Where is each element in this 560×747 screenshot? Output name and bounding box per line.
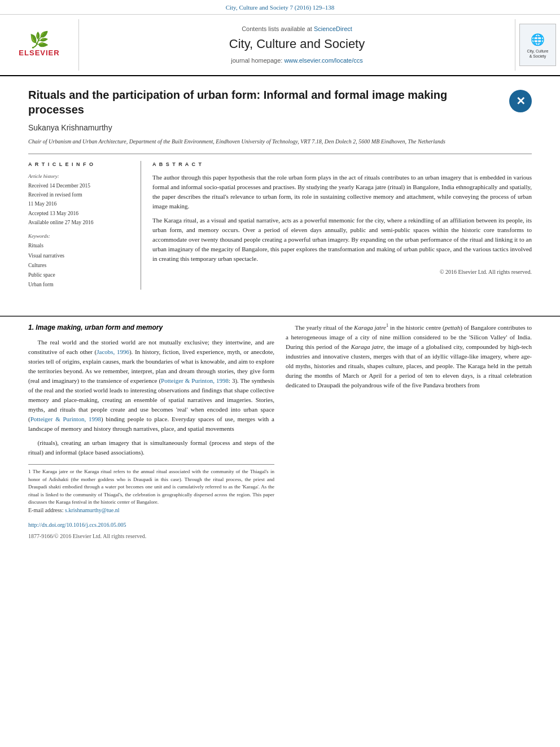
karaga-jatre-italic-2: Karaga jatre — [351, 343, 384, 350]
author-affiliation: Chair of Urbanism and Urban Architecture… — [28, 137, 532, 146]
jacobs-ref[interactable]: Jacobs, 1996 — [97, 348, 129, 355]
revised-date: 11 May 2016 — [28, 199, 133, 208]
title-block: Rituals and the participation of urban f… — [28, 88, 504, 123]
journal-title-header: City, Culture and Society — [229, 36, 365, 53]
email-label: E-mail address: — [28, 507, 65, 513]
footnote-sup-1: 1 — [386, 323, 388, 328]
article-info-label: A R T I C L E I N F O — [28, 161, 133, 168]
journal-header: 🌿 ELSEVIER Contents lists available at S… — [0, 15, 560, 76]
science-direct-line: Contents lists available at ScienceDirec… — [242, 25, 352, 33]
potteiger-ref-2[interactable]: Potteiger & Purinton, 1998 — [30, 416, 101, 422]
top-citation-bar: City, Culture and Society 7 (2016) 129–1… — [0, 0, 560, 15]
keywords-label: Keywords: — [28, 233, 133, 240]
footnote-text: 1 The Karaga jatre or the Karaga ritual … — [28, 468, 274, 506]
accepted-date: Accepted 13 May 2016 — [28, 209, 133, 218]
keywords-section: Keywords: Rituals Visual narratives Cult… — [28, 233, 133, 290]
journal-info-center: Contents lists available at ScienceDirec… — [79, 19, 515, 71]
karaga-jatre-italic: Karaga jatre — [354, 324, 386, 331]
email-address[interactable]: s.krishnamurthy@tue.nl — [65, 507, 119, 513]
section-1-title: 1. Image making, urban form and memory — [28, 322, 274, 333]
elsevier-brand: ELSEVIER — [19, 48, 59, 58]
journal-thumbnail: 🌐 City, Culture& Society — [515, 19, 560, 71]
publisher-logo-area: 🌿 ELSEVIER — [0, 19, 79, 71]
footnote-content: The Karaga jatre or the Karaga ritual re… — [28, 469, 274, 505]
journal-homepage-url[interactable]: www.elsevier.com/locate/ccs — [284, 57, 362, 64]
abstract-copyright: © 2016 Elsevier Ltd. All rights reserved… — [152, 268, 532, 276]
keyword-1: Rituals — [28, 241, 133, 251]
title-row: Rituals and the participation of urban f… — [28, 88, 532, 123]
abstract-label: A B S T R A C T — [152, 161, 532, 168]
abstract-para-2: The Karaga ritual, as a visual and spati… — [152, 216, 532, 264]
citation-text: City, Culture and Society 7 (2016) 129–1… — [226, 4, 335, 11]
thumb-title: City, Culture& Society — [527, 49, 549, 59]
keywords-list: Rituals Visual narratives Cultures Publi… — [28, 241, 133, 289]
journal-homepage-line: journal homepage: www.elsevier.com/locat… — [231, 56, 363, 65]
article-info-col: A R T I C L E I N F O Article history: R… — [28, 161, 141, 290]
homepage-label: journal homepage: — [231, 57, 282, 64]
available-date: Available online 27 May 2016 — [28, 218, 133, 227]
article-title: Rituals and the participation of urban f… — [28, 88, 504, 117]
article-info-abstract-row: A R T I C L E I N F O Article history: R… — [28, 154, 532, 290]
body-left-para-2: (rituals), creating an urban imagery tha… — [28, 438, 274, 457]
abstract-col: A B S T R A C T The author through this … — [152, 161, 532, 290]
footnote-number: 1 — [28, 469, 33, 474]
section-divider — [0, 316, 560, 317]
doi-link[interactable]: http://dx.doi.org/10.1016/j.ccs.2016.05.… — [28, 522, 126, 528]
crossmark-icon: ✕ — [516, 93, 526, 109]
keyword-5: Urban form — [28, 280, 133, 290]
abstract-text: The author through this paper hypothesis… — [152, 173, 532, 264]
keyword-3: Cultures — [28, 261, 133, 270]
main-body: 1. Image making, urban form and memory T… — [0, 322, 560, 506]
thumb-box: 🌐 City, Culture& Society — [519, 24, 556, 66]
article-content-area: Rituals and the participation of urban f… — [0, 76, 560, 310]
history-label: Article history: — [28, 173, 133, 180]
body-left-para-1: The real world and the storied world are… — [28, 338, 274, 434]
body-right-para-1: The yearly ritual of the Karaga jatre1 i… — [286, 322, 532, 390]
globe-icon: 🌐 — [531, 32, 545, 47]
pettah-italic: pettah — [445, 324, 461, 331]
crossmark-badge[interactable]: ✕ — [509, 90, 532, 112]
science-direct-link[interactable]: ScienceDirect — [314, 25, 352, 32]
keyword-2: Visual narratives — [28, 251, 133, 261]
history-section: Article history: Received 14 December 20… — [28, 173, 133, 227]
author-name: Sukanya Krishnamurthy — [28, 123, 532, 134]
body-left-col: 1. Image making, urban form and memory T… — [28, 322, 274, 506]
body-right-col: The yearly ritual of the Karaga jatre1 i… — [286, 322, 532, 506]
revised-label: Received in revised form — [28, 190, 133, 199]
received-date: Received 14 December 2015 — [28, 181, 133, 190]
email-line: E-mail address: s.krishnamurthy@tue.nl — [0, 506, 560, 514]
doi-line: http://dx.doi.org/10.1016/j.ccs.2016.05.… — [0, 517, 560, 531]
abstract-para-1: The author through this paper hypothesis… — [152, 173, 532, 211]
keyword-4: Public space — [28, 270, 133, 280]
history-dates: Received 14 December 2015 Received in re… — [28, 181, 133, 227]
bottom-copyright: 1877-9166/© 2016 Elsevier Ltd. All right… — [0, 531, 560, 546]
contents-label: Contents lists available at — [242, 25, 312, 32]
footnote-divider — [28, 464, 274, 465]
potteiger-ref-1[interactable]: Potteiger & Purinton, 1998 — [161, 377, 229, 384]
elsevier-tree-icon: 🌿 — [29, 32, 49, 48]
